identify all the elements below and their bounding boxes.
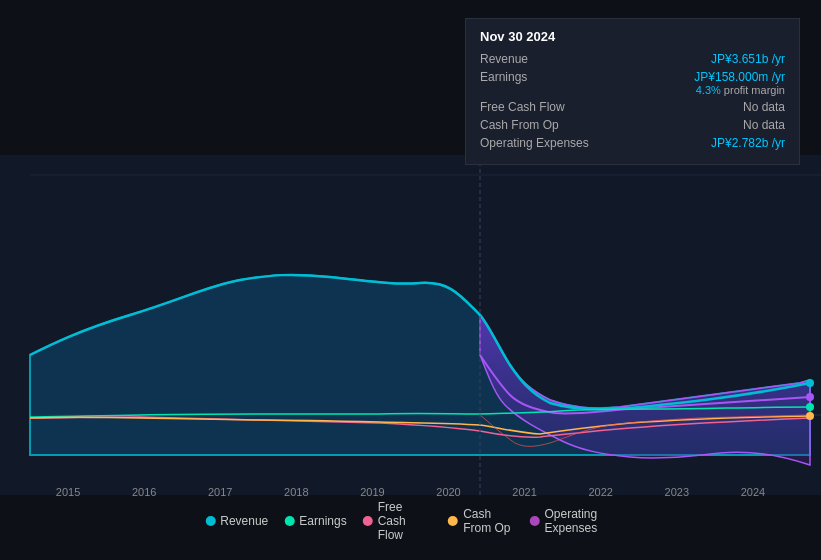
legend-fcf: Free Cash Flow (363, 500, 433, 542)
svg-point-5 (806, 393, 814, 401)
opex-label: Operating Expenses (480, 136, 610, 150)
legend-cash-from-op-label: Cash From Op (463, 507, 513, 535)
x-axis: 2015 2016 2017 2018 2019 2020 2021 2022 … (0, 486, 821, 498)
cash-from-op-label: Cash From Op (480, 118, 610, 132)
legend-opex: Operating Expenses (529, 507, 615, 535)
chart-legend: Revenue Earnings Free Cash Flow Cash Fro… (205, 500, 616, 542)
cash-from-op-value: No data (743, 118, 785, 132)
fcf-value: No data (743, 100, 785, 114)
tooltip-date: Nov 30 2024 (480, 29, 785, 44)
x-label-2024: 2024 (741, 486, 765, 498)
x-label-2023: 2023 (665, 486, 689, 498)
fcf-row: Free Cash Flow No data (480, 100, 785, 114)
legend-fcf-label: Free Cash Flow (378, 500, 433, 542)
earnings-label: Earnings (480, 70, 610, 84)
revenue-value: JP¥3.651b /yr (711, 52, 785, 66)
legend-cash-from-op: Cash From Op (448, 507, 513, 535)
opex-row: Operating Expenses JP¥2.782b /yr (480, 136, 785, 150)
x-label-2016: 2016 (132, 486, 156, 498)
legend-revenue-label: Revenue (220, 514, 268, 528)
legend-fcf-dot (363, 516, 373, 526)
svg-point-4 (806, 379, 814, 387)
legend-earnings-label: Earnings (299, 514, 346, 528)
profit-margin: 4.3% profit margin (694, 84, 785, 96)
tooltip-box: Nov 30 2024 Revenue JP¥3.651b /yr Earnin… (465, 18, 800, 165)
legend-cash-from-op-dot (448, 516, 458, 526)
earnings-value: JP¥158.000m /yr (694, 70, 785, 84)
x-label-2018: 2018 (284, 486, 308, 498)
x-label-2021: 2021 (512, 486, 536, 498)
earnings-row: Earnings JP¥158.000m /yr 4.3% profit mar… (480, 70, 785, 96)
svg-point-6 (806, 403, 814, 411)
fcf-label: Free Cash Flow (480, 100, 610, 114)
x-label-2022: 2022 (588, 486, 612, 498)
legend-earnings: Earnings (284, 514, 346, 528)
x-label-2019: 2019 (360, 486, 384, 498)
opex-value: JP¥2.782b /yr (711, 136, 785, 150)
cash-from-op-row: Cash From Op No data (480, 118, 785, 132)
legend-opex-dot (529, 516, 539, 526)
legend-revenue: Revenue (205, 514, 268, 528)
legend-earnings-dot (284, 516, 294, 526)
x-label-2015: 2015 (56, 486, 80, 498)
x-label-2020: 2020 (436, 486, 460, 498)
legend-opex-label: Operating Expenses (544, 507, 615, 535)
revenue-row: Revenue JP¥3.651b /yr (480, 52, 785, 66)
revenue-label: Revenue (480, 52, 610, 66)
x-label-2017: 2017 (208, 486, 232, 498)
svg-point-7 (806, 412, 814, 420)
legend-revenue-dot (205, 516, 215, 526)
chart-svg (0, 155, 821, 495)
